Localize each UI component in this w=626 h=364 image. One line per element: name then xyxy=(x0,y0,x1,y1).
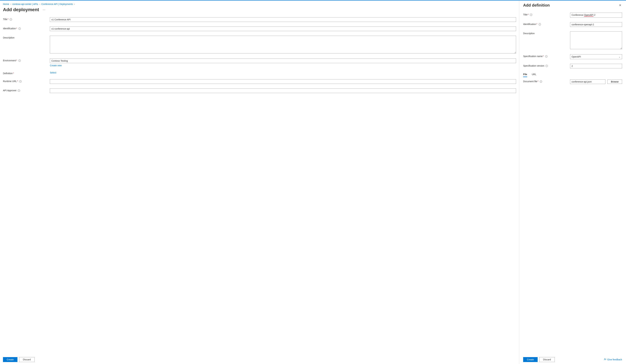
info-icon[interactable]: i xyxy=(545,55,548,58)
description-label: Description xyxy=(3,36,50,39)
close-icon[interactable]: ✕ xyxy=(618,3,622,8)
main-panel: Home › contoso-api-center | APIs › Confe… xyxy=(0,0,519,364)
create-button[interactable]: Create xyxy=(3,357,17,362)
page-title: Add deployment xyxy=(3,7,39,12)
info-icon[interactable]: i xyxy=(18,60,21,62)
spec-version-input[interactable] xyxy=(570,64,622,68)
info-icon[interactable]: i xyxy=(539,23,541,26)
info-icon[interactable]: i xyxy=(530,14,532,16)
panel-description-textarea[interactable] xyxy=(570,32,622,49)
document-file-label: Document file* i xyxy=(523,79,570,83)
spec-version-label: Specification version i xyxy=(523,64,570,67)
more-actions-button[interactable]: ⋯ xyxy=(42,7,46,12)
give-feedback-link[interactable]: Give feedback xyxy=(604,358,622,361)
create-new-environment-link[interactable]: Create new xyxy=(50,64,62,67)
chevron-down-icon: ⌄ xyxy=(619,55,621,58)
info-icon[interactable]: i xyxy=(10,18,12,21)
select-definition-link[interactable]: Select xyxy=(50,71,56,74)
browse-button[interactable]: Browse xyxy=(607,80,622,84)
panel-title-label: Title* i xyxy=(523,13,570,16)
breadcrumb: Home › contoso-api-center | APIs › Confe… xyxy=(3,3,516,5)
discard-button[interactable]: Discard xyxy=(19,357,34,362)
spec-name-select[interactable]: OpenAPI ⌄ xyxy=(570,54,622,59)
info-icon[interactable]: i xyxy=(19,80,22,83)
tab-file[interactable]: File xyxy=(523,73,527,77)
panel-description-label: Description xyxy=(523,32,570,35)
info-icon[interactable]: i xyxy=(540,80,542,83)
info-icon[interactable]: i xyxy=(546,65,548,67)
identification-input[interactable] xyxy=(50,27,516,31)
api-approver-label: API Approver i xyxy=(3,88,50,92)
breadcrumb-home[interactable]: Home xyxy=(3,3,9,5)
environment-label: Environment* i xyxy=(3,59,50,62)
add-definition-panel: Add definition ✕ Title* i Conference Ope… xyxy=(519,0,626,364)
panel-title: Add definition xyxy=(523,3,550,7)
api-approver-input[interactable] xyxy=(50,88,516,93)
chevron-right-icon: › xyxy=(74,3,75,5)
title-input[interactable] xyxy=(50,17,516,22)
spec-name-label: Specification name* i xyxy=(523,54,570,58)
panel-identification-label: Identification* i xyxy=(523,22,570,26)
panel-create-button[interactable]: Create xyxy=(523,357,538,362)
environment-input[interactable] xyxy=(50,59,516,63)
breadcrumb-api-center[interactable]: contoso-api-center | APIs xyxy=(12,3,38,5)
tab-url[interactable]: URL xyxy=(532,73,536,77)
svg-point-0 xyxy=(604,358,605,359)
chevron-right-icon: › xyxy=(10,3,11,5)
document-file-input[interactable] xyxy=(570,79,605,84)
title-label: Title* i xyxy=(3,17,50,21)
file-url-tabs: File URL xyxy=(523,73,622,77)
panel-title-input[interactable]: Conference OpenAPI 2 xyxy=(570,13,622,18)
panel-identification-input[interactable] xyxy=(570,22,622,27)
info-icon[interactable]: i xyxy=(18,89,20,92)
identification-label: Identification* i xyxy=(3,27,50,30)
description-textarea[interactable] xyxy=(50,36,516,53)
runtime-url-label: Runtime URL* i xyxy=(3,79,50,83)
panel-discard-button[interactable]: Discard xyxy=(539,357,554,362)
feedback-icon xyxy=(604,358,606,361)
info-icon[interactable]: i xyxy=(18,28,21,30)
runtime-url-input[interactable] xyxy=(50,79,516,84)
chevron-right-icon: › xyxy=(39,3,40,5)
breadcrumb-deployments[interactable]: Conference API | Deployments xyxy=(41,3,73,5)
definition-label: Definition* xyxy=(3,71,50,75)
